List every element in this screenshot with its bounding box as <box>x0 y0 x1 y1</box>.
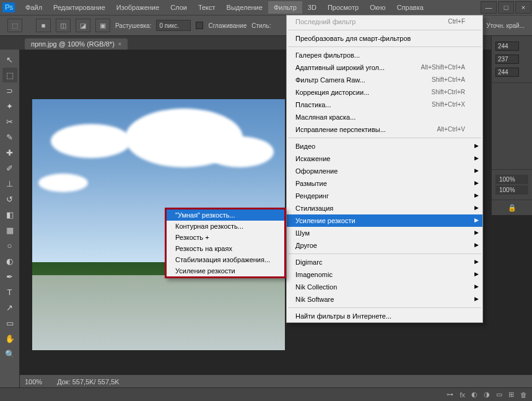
tab-close-icon[interactable]: × <box>118 41 121 47</box>
fx-icon[interactable]: fx <box>460 391 465 399</box>
sel-new-icon[interactable]: ■ <box>36 19 51 32</box>
brush-tool[interactable]: ✐ <box>2 161 17 175</box>
pen-tool[interactable]: ✒ <box>2 269 17 284</box>
sharpen-item[interactable]: Контурная резкость... <box>167 221 284 232</box>
filter-item[interactable]: Исправление перспективы...Alt+Ctrl+V <box>287 123 482 136</box>
gradient-tool[interactable]: ▦ <box>2 223 17 237</box>
marquee-tool[interactable]: ⬚ <box>2 68 17 82</box>
filter-item[interactable]: Усиление резкости▶ <box>287 214 482 227</box>
new-icon[interactable]: ⊞ <box>508 390 514 399</box>
menu-выделение[interactable]: Выделение <box>221 1 268 14</box>
zoom-tool[interactable]: 🔍 <box>2 346 17 361</box>
sharpen-item[interactable]: Стабилизация изображения... <box>167 254 284 265</box>
refine-edge-button[interactable]: Уточн. край... <box>486 22 525 29</box>
minimize-button[interactable]: — <box>481 1 497 14</box>
filter-item[interactable]: Другое▶ <box>287 239 482 252</box>
panel-value-1[interactable] <box>495 42 519 51</box>
heal-tool[interactable]: ✚ <box>2 145 17 160</box>
sharpen-item[interactable]: Резкость на краях <box>167 243 284 254</box>
style-label: Стиль: <box>251 22 271 29</box>
sharpen-item[interactable]: Усиление резкости <box>167 265 284 276</box>
tab-title: прпп.jpg @ 100% (RGB/8*) <box>31 40 115 48</box>
lock-icon[interactable]: 🔒 <box>508 204 517 212</box>
document-tab[interactable]: прпп.jpg @ 100% (RGB/8*) × <box>25 38 128 50</box>
opacity-2[interactable]: 100% <box>495 185 528 195</box>
menu-текст[interactable]: Текст <box>193 1 221 14</box>
sharpen-item[interactable]: "Умная" резкость... <box>167 209 284 221</box>
sharpen-item[interactable]: Резкость + <box>167 232 284 243</box>
filter-item[interactable]: Искажение▶ <box>287 152 482 165</box>
eraser-tool[interactable]: ◧ <box>2 207 17 222</box>
sel-intersect-icon[interactable]: ▣ <box>95 19 110 32</box>
type-tool[interactable]: T <box>2 284 17 299</box>
blur-tool[interactable]: ○ <box>2 238 17 253</box>
filter-item[interactable]: Коррекция дисторсии...Shift+Ctrl+R <box>287 86 482 99</box>
feather-label: Растушевка: <box>115 22 151 29</box>
sharpen-submenu: "Умная" резкость...Контурная резкость...… <box>165 208 286 278</box>
shape-tool[interactable]: ▭ <box>2 315 17 330</box>
right-panels: 100% 100% 🔒 <box>491 36 532 215</box>
filter-item[interactable]: Адаптивный широкий угол...Alt+Shift+Ctrl… <box>287 61 482 74</box>
filter-menu: Последний фильтрCtrl+FПреобразовать для … <box>286 15 483 323</box>
filter-item: Последний фильтрCtrl+F <box>287 15 482 28</box>
filter-item[interactable]: Масляная краска... <box>287 111 482 123</box>
stamp-tool[interactable]: ⊥ <box>2 176 17 191</box>
panel-value-2[interactable] <box>495 55 519 64</box>
doc-size: Док: 557,5K/ 557,5K <box>57 378 119 386</box>
menu-окно[interactable]: Окно <box>364 1 391 14</box>
mask-icon[interactable]: ◐ <box>471 390 477 399</box>
feather-input[interactable] <box>156 20 191 31</box>
menu-слои[interactable]: Слои <box>165 1 193 14</box>
zoom-level[interactable]: 100% <box>25 378 42 386</box>
dodge-tool[interactable]: ◐ <box>2 253 17 268</box>
antialias-label: Сглаживание <box>208 22 246 29</box>
history-brush-tool[interactable]: ↺ <box>2 192 17 206</box>
eyedropper-tool[interactable]: ✎ <box>2 130 17 144</box>
filter-item[interactable]: Nik Collection▶ <box>287 281 482 293</box>
canvas-status-bar: 100% Док: 557,5K/ 557,5K <box>20 375 532 389</box>
filter-item[interactable]: Шум▶ <box>287 227 482 239</box>
maximize-button[interactable]: □ <box>498 1 514 14</box>
filter-item[interactable]: Галерея фильтров... <box>287 49 482 61</box>
menu-файл[interactable]: Файл <box>20 1 48 14</box>
trash-icon[interactable]: 🗑 <box>520 391 527 399</box>
menu-3d[interactable]: 3D <box>302 1 322 14</box>
sel-sub-icon[interactable]: ◪ <box>76 19 90 32</box>
hand-tool[interactable]: ✋ <box>2 331 17 346</box>
filter-item[interactable]: Найти фильтры в Интернете... <box>287 310 482 322</box>
filter-item[interactable]: Digimarc▶ <box>287 256 482 268</box>
filter-item[interactable]: Imagenomic▶ <box>287 268 482 281</box>
filter-item[interactable]: Размытие▶ <box>287 177 482 190</box>
toolbox: ↖ ⬚ ⊃ ✦ ✂ ✎ ✚ ✐ ⊥ ↺ ◧ ▦ ○ ◐ ✒ T ↗ ▭ ✋ 🔍 <box>0 50 20 389</box>
panel-value-3[interactable] <box>495 68 519 77</box>
filter-item[interactable]: Пластика...Shift+Ctrl+X <box>287 99 482 111</box>
menu-изображение[interactable]: Изображение <box>111 1 165 14</box>
sel-add-icon[interactable]: ◫ <box>56 19 71 32</box>
filter-item[interactable]: Nik Software▶ <box>287 293 482 306</box>
path-tool[interactable]: ↗ <box>2 300 17 315</box>
magic-wand-tool[interactable]: ✦ <box>2 99 17 113</box>
menu-справка[interactable]: Справка <box>391 1 429 14</box>
antialias-checkbox[interactable] <box>196 22 203 29</box>
menu-редактирование[interactable]: Редактирование <box>48 1 111 14</box>
opacity-1[interactable]: 100% <box>495 175 528 184</box>
layer-lock-row: 🔒 <box>492 200 532 215</box>
close-button[interactable]: × <box>515 1 531 14</box>
filter-item[interactable]: Преобразовать для смарт-фильтров <box>287 32 482 45</box>
menu-просмотр[interactable]: Просмотр <box>322 1 364 14</box>
crop-tool[interactable]: ✂ <box>2 114 17 129</box>
adjust-icon[interactable]: ◑ <box>484 390 490 399</box>
filter-item[interactable]: Стилизация▶ <box>287 202 482 214</box>
filter-item[interactable]: Фильтр Camera Raw...Shift+Ctrl+A <box>287 74 482 86</box>
filter-item[interactable]: Рендеринг▶ <box>287 190 482 202</box>
marquee-tool-icon[interactable]: ⬚ <box>7 19 22 32</box>
folder-icon[interactable]: ▭ <box>496 390 502 399</box>
lasso-tool[interactable]: ⊃ <box>2 83 17 98</box>
filter-item[interactable]: Оформление▶ <box>287 165 482 177</box>
move-tool[interactable]: ↖ <box>2 52 17 67</box>
filter-item[interactable]: Видео▶ <box>287 140 482 152</box>
link-icon[interactable]: ⊶ <box>447 390 453 399</box>
app-logo: Ps <box>2 2 15 12</box>
menu-фильтр[interactable]: Фильтр <box>268 1 302 14</box>
app-status-bar: ⊶ fx ◐ ◑ ▭ ⊞ 🗑 <box>0 387 532 401</box>
